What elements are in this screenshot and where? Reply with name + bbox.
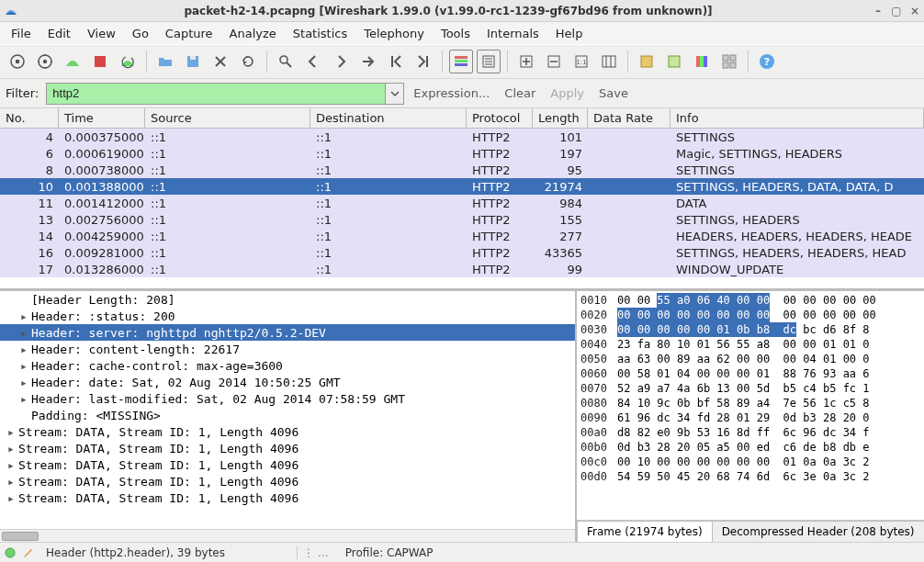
expand-icon[interactable]: ▸ [20, 392, 31, 406]
go-back-icon[interactable] [301, 50, 325, 73]
filter-input[interactable] [46, 83, 386, 105]
preferences-icon[interactable] [717, 50, 741, 73]
find-icon[interactable] [274, 50, 298, 73]
packet-row[interactable]: 80.000738000::1::1HTTP295SETTINGS [0, 162, 924, 178]
tree-row[interactable]: Padding: <MISSING> [0, 407, 575, 423]
status-edit-icon[interactable] [22, 546, 35, 559]
filter-dropdown-icon[interactable] [386, 83, 404, 105]
column-protocol[interactable]: Protocol [467, 108, 533, 128]
tab-frame[interactable]: Frame (21974 bytes) [577, 521, 713, 542]
menu-analyze[interactable]: Analyze [222, 25, 284, 42]
clear-button[interactable]: Clear [504, 86, 535, 100]
zoom-out-icon[interactable] [542, 50, 566, 73]
hex-line[interactable]: 009061 96 dc 34 fd 28 01 29 0d b3 28 20 … [580, 410, 920, 425]
go-first-icon[interactable] [384, 50, 408, 73]
tree-row[interactable]: ▸Header: content-length: 22617 [0, 341, 575, 357]
hscrollbar[interactable] [0, 529, 575, 542]
restart-capture-icon[interactable] [116, 50, 140, 73]
capture-filters-icon[interactable] [635, 50, 659, 73]
display-filters-icon[interactable] [662, 50, 686, 73]
hex-line[interactable]: 003000 00 00 00 00 01 0b b8 dc bc d6 8f … [580, 322, 920, 337]
hex-line[interactable]: 004023 fa 80 10 01 56 55 a8 00 00 01 01 … [580, 337, 920, 352]
maximize-icon[interactable]: ▢ [891, 6, 902, 17]
hex-line[interactable]: 00a0d8 82 e0 9b 53 16 8d ff 6c 96 dc 34 … [580, 425, 920, 440]
hex-line[interactable]: 0050aa 63 00 89 aa 62 00 00 00 04 01 00 … [580, 352, 920, 366]
menu-tools[interactable]: Tools [434, 25, 478, 42]
packet-row[interactable]: 170.013286000::1::1HTTP299WINDOW_UPDATE [0, 261, 924, 277]
column-destination[interactable]: Destination [310, 108, 467, 128]
hex-line[interactable]: 006000 58 01 04 00 00 00 01 88 76 93 aa … [580, 366, 920, 381]
interfaces-icon[interactable] [6, 50, 29, 73]
tree-row[interactable]: ▸Stream: DATA, Stream ID: 1, Length 4096 [0, 456, 575, 473]
start-capture-icon[interactable] [61, 50, 85, 73]
tree-row[interactable]: ▸Stream: DATA, Stream ID: 1, Length 4096 [0, 423, 575, 440]
tab-decompressed-header[interactable]: Decompressed Header (208 bytes) [712, 521, 924, 542]
tree-row[interactable]: ▸Header: server: nghttpd nghttp2/0.5.2-D… [0, 324, 575, 341]
zoom-100-icon[interactable]: 1:1 [569, 50, 593, 73]
tree-row[interactable]: ▸Header: cache-control: max-age=3600 [0, 357, 575, 374]
menu-view[interactable]: View [80, 25, 123, 42]
auto-scroll-icon[interactable] [477, 50, 501, 73]
expand-icon[interactable]: ▸ [7, 475, 18, 489]
packet-row[interactable]: 60.000619000::1::1HTTP2197Magic, SETTING… [0, 145, 924, 162]
expand-icon[interactable]: ▸ [20, 359, 31, 373]
expand-icon[interactable]: ▸ [20, 309, 31, 323]
hex-line[interactable]: 008084 10 9c 0b bf 58 89 a4 7e 56 1c c5 … [580, 396, 920, 410]
go-last-icon[interactable] [411, 50, 435, 73]
menu-capture[interactable]: Capture [158, 25, 220, 42]
zoom-in-icon[interactable] [514, 50, 538, 73]
column-source[interactable]: Source [145, 108, 310, 128]
tree-row[interactable]: ▸Stream: DATA, Stream ID: 1, Length 4096 [0, 440, 575, 456]
help-icon[interactable]: ? [755, 50, 779, 73]
expand-icon[interactable]: ▸ [7, 491, 18, 505]
menu-internals[interactable]: Internals [479, 25, 547, 42]
column-data-rate[interactable]: Data Rate [588, 108, 670, 128]
packet-row[interactable]: 140.004259000::1::1HTTP2277HEADERS, HEAD… [0, 228, 924, 244]
tree-row[interactable]: [Header Length: 208] [0, 291, 575, 308]
column-time[interactable]: Time [59, 108, 145, 128]
packet-row[interactable]: 160.009281000::1::1HTTP243365SETTINGS, H… [0, 244, 924, 261]
tree-row[interactable]: ▸Header: date: Sat, 02 Aug 2014 10:50:25… [0, 374, 575, 390]
expand-icon[interactable]: ▸ [20, 376, 31, 389]
apply-button[interactable]: Apply [550, 86, 584, 100]
menu-statistics[interactable]: Statistics [286, 25, 355, 42]
packet-row[interactable]: 110.001412000::1::1HTTP2984DATA [0, 195, 924, 211]
tree-row[interactable]: ▸Header: :status: 200 [0, 308, 575, 324]
hex-line[interactable]: 00b00d b3 28 20 05 a5 00 ed c6 de b8 db … [580, 440, 920, 455]
menu-edit[interactable]: Edit [40, 25, 78, 42]
minimize-icon[interactable]: – [873, 6, 884, 17]
hex-line[interactable]: 00c000 10 00 00 00 00 00 00 01 0a 0a 3c … [580, 455, 920, 469]
tree-row[interactable]: ▸Stream: DATA, Stream ID: 1, Length 4096 [0, 489, 575, 506]
open-icon[interactable] [153, 50, 177, 73]
stop-capture-icon[interactable] [88, 50, 112, 73]
packet-row[interactable]: 130.002756000::1::1HTTP2155SETTINGS, HEA… [0, 211, 924, 228]
hex-line[interactable]: 00d054 59 50 45 20 68 74 6d 6c 3e 0a 3c … [580, 469, 920, 484]
reload-icon[interactable] [236, 50, 260, 73]
hex-line[interactable]: 002000 00 00 00 00 00 00 00 00 00 00 00 … [580, 308, 920, 322]
options-icon[interactable] [33, 50, 57, 73]
menu-telephony[interactable]: Telephony [356, 25, 432, 42]
expand-icon[interactable]: ▸ [7, 442, 18, 455]
menu-file[interactable]: File [4, 25, 39, 42]
expand-icon[interactable]: ▸ [20, 343, 31, 356]
resize-columns-icon[interactable] [597, 50, 621, 73]
save-filter-button[interactable]: Save [599, 86, 628, 100]
menu-help[interactable]: Help [548, 25, 591, 42]
expand-icon[interactable]: ▸ [7, 458, 18, 472]
column-no[interactable]: No. [0, 108, 59, 128]
hex-line[interactable]: 001000 00 55 a0 06 40 00 00 00 00 00 00 … [580, 293, 920, 308]
column-length[interactable]: Length [533, 108, 588, 128]
close-file-icon[interactable] [208, 50, 232, 73]
close-icon[interactable]: × [909, 6, 920, 17]
tree-row[interactable]: ▸Stream: DATA, Stream ID: 1, Length 4096 [0, 473, 575, 489]
expand-icon[interactable]: ▸ [7, 425, 18, 439]
coloring-rules-icon[interactable] [690, 50, 714, 73]
column-info[interactable]: Info [670, 108, 924, 128]
tree-row[interactable]: ▸Header: last-modified: Sat, 02 Aug 2014… [0, 390, 575, 407]
colorize-icon[interactable] [449, 50, 473, 73]
menu-go[interactable]: Go [125, 25, 156, 42]
expression-button[interactable]: Expression... [413, 86, 490, 100]
hex-line[interactable]: 007052 a9 a7 4a 6b 13 00 5d b5 c4 b5 fc … [580, 381, 920, 396]
expand-icon[interactable]: ▸ [20, 326, 31, 340]
go-to-icon[interactable] [356, 50, 380, 73]
